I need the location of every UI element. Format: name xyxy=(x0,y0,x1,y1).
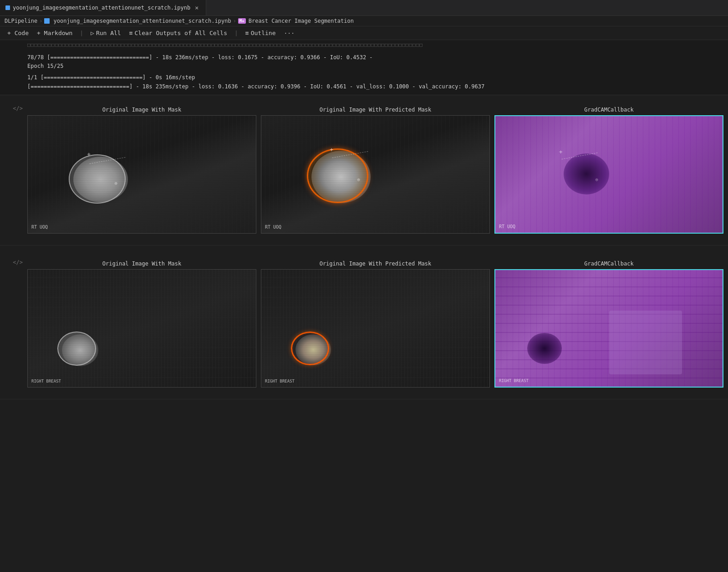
gradcam-blob-2 xyxy=(527,333,562,364)
notebook-tab-icon xyxy=(5,5,10,10)
add-markdown-label: + Markdown xyxy=(37,30,72,36)
cell-1-body: Original Image With Mask + ⊕ xyxy=(27,100,728,240)
clear-outputs-button[interactable]: ≡ Clear Outputs of All Cells xyxy=(127,29,230,37)
panel-2-label: RT UOQ xyxy=(265,225,281,230)
panel-2-gradcam: GradCAMCallback RIGHT BREAST xyxy=(494,260,723,388)
cell-1-gutter-label: </> xyxy=(13,105,23,112)
panel-4-image: RIGHT BREAST xyxy=(27,269,256,388)
gradcam-bright-2 xyxy=(609,311,682,374)
panel-6-title: GradCAMCallback xyxy=(584,260,633,267)
breadcrumb-sep-2: › xyxy=(233,18,236,24)
progress-block-3: [==============================] - 18s 2… xyxy=(27,82,723,91)
breadcrumb-notebook[interactable]: yoonjung_imagesegmentation_attentionunet… xyxy=(53,18,231,24)
add-code-button[interactable]: + Code xyxy=(5,29,31,37)
epoch-block: Epoch 15/25 xyxy=(27,62,723,71)
progress-block-1: 78/78 [==============================] -… xyxy=(27,53,723,62)
outline-button[interactable]: ≡ Outline xyxy=(243,29,279,37)
panel-1-label: RT UOQ xyxy=(31,225,48,230)
scrolled-output-indicator: □□□□□□□□□□□□□□□□□□□□□□□□□□□□□□□□□□□□□□□□… xyxy=(0,40,728,50)
panel-1-gradcam: GradCAMCallback + ⊕ RT UOQ xyxy=(494,107,723,234)
notebook-tab-title: yoonjung_imagesegmentation_attentionunet… xyxy=(13,5,190,11)
breadcrumb-sep-1: › xyxy=(39,18,42,24)
breadcrumb-notebook-icon xyxy=(44,18,50,24)
panel-2-title: Original Image With Predicted Mask xyxy=(320,107,432,113)
run-all-icon: ▷ xyxy=(91,30,94,36)
toolbar-sep-2: | xyxy=(234,30,238,36)
breadcrumb-m-icon: M+ xyxy=(238,18,246,24)
panel-1-orig-mask: Original Image With Mask + ⊕ xyxy=(27,107,256,234)
cell-2-gutter-label: </> xyxy=(13,259,23,266)
add-markdown-button[interactable]: + Markdown xyxy=(34,29,75,37)
panel-1-pred-mask: Original Image With Predicted Mask + ⊕ xyxy=(261,107,490,234)
panel-5-image: RIGHT BREAST xyxy=(261,269,490,388)
notebook-tab[interactable]: yoonjung_imagesegmentation_attentionunet… xyxy=(0,0,206,15)
clear-outputs-label: Clear Outputs of All Cells xyxy=(135,30,228,36)
progress-line-2: 1/1 [==============================] - 0… xyxy=(27,74,195,81)
epoch-line: Epoch 15/25 xyxy=(27,63,63,69)
progress-block-2: 1/1 [==============================] - 0… xyxy=(27,73,723,82)
cell-2-image-grid: Original Image With Mask RIGHT BREAST xyxy=(27,258,723,390)
crosshair-top-1: + xyxy=(87,151,91,158)
cell-1-gutter: </> xyxy=(0,100,27,240)
panel-3-image: + ⊕ RT UOQ xyxy=(494,115,723,234)
crosshair-bot-2: ⊕ xyxy=(357,177,360,183)
crosshair-top-3: + xyxy=(559,148,563,155)
tab-close-button[interactable]: × xyxy=(193,4,200,11)
panel-2-orig-mask: Original Image With Mask RIGHT BREAST xyxy=(27,260,256,388)
cell-2-gutter: </> xyxy=(0,254,27,394)
breadcrumb-dlpipeline[interactable]: DLPipeline xyxy=(5,18,37,24)
crosshair-bot-1: ⊕ xyxy=(114,180,117,186)
gradcam-blob-1 xyxy=(564,153,609,194)
breadcrumb: DLPipeline › yoonjung_imagesegmentation_… xyxy=(0,16,728,26)
clear-outputs-icon: ≡ xyxy=(129,30,133,36)
panel-1-image: + ⊕ RT UOQ xyxy=(27,115,256,234)
progress-line-3: [==============================] - 18s 2… xyxy=(27,83,484,90)
panel-2-pred-mask: Original Image With Predicted Mask RIGHT… xyxy=(261,260,490,388)
scrolled-chars: □□□□□□□□□□□□□□□□□□□□□□□□□□□□□□□□□□□□□□□□… xyxy=(27,42,423,48)
scan-overlay-5 xyxy=(261,270,489,387)
panel-3-title: GradCAMCallback xyxy=(584,107,633,113)
progress-line-1: 78/78 [==============================] -… xyxy=(27,54,373,61)
panel-2-image: + ⊕ RT UOQ xyxy=(261,115,490,234)
more-button[interactable]: ··· xyxy=(281,29,297,37)
cell-1-image-grid: Original Image With Mask + ⊕ xyxy=(27,104,723,236)
panel-6-image: RIGHT BREAST xyxy=(494,269,723,388)
cell-1: </> Original Image With Mask xyxy=(0,95,728,245)
scan-overlay-1 xyxy=(28,116,256,233)
add-code-label: + Code xyxy=(7,30,29,36)
panel-3-label: RT UOQ xyxy=(499,224,515,229)
tab-bar: yoonjung_imagesegmentation_attentionunet… xyxy=(0,0,728,16)
cell-2-body: Original Image With Mask RIGHT BREAST xyxy=(27,254,728,394)
panel-4-label: RIGHT BREAST xyxy=(31,379,61,383)
scan-overlay-4 xyxy=(28,270,256,387)
scan-overlay-2 xyxy=(261,116,489,233)
panel-5-label: RIGHT BREAST xyxy=(265,379,295,383)
cell-2: </> Original Image With Mask xyxy=(0,249,728,399)
more-label: ··· xyxy=(284,30,294,36)
panel-5-title: Original Image With Predicted Mask xyxy=(320,260,432,267)
breadcrumb-section[interactable]: Breast Cancer Image Segmentation xyxy=(249,18,354,24)
crosshair-bot-3: ⊕ xyxy=(596,177,599,183)
run-all-button[interactable]: ▷ Run All xyxy=(88,29,124,37)
run-all-label: Run All xyxy=(96,30,121,36)
toolbar: + Code + Markdown | ▷ Run All ≡ Clear Ou… xyxy=(0,26,728,40)
crosshair-top-2: + xyxy=(330,146,333,153)
panel-6-label: RIGHT BREAST xyxy=(499,378,529,383)
outline-label: Outline xyxy=(251,30,276,36)
panel-1-title: Original Image With Mask xyxy=(102,107,181,113)
panel-4-title: Original Image With Mask xyxy=(102,260,181,267)
toolbar-sep-1: | xyxy=(80,30,83,36)
notebook-output: 78/78 [==============================] -… xyxy=(0,50,728,95)
outline-icon: ≡ xyxy=(245,30,249,36)
